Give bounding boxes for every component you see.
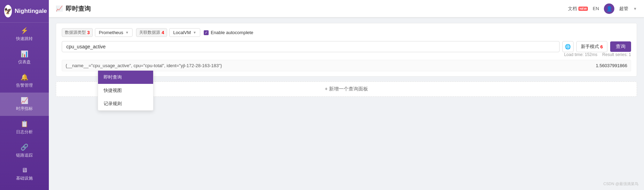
query-panel: 数据源类型 3 Prometheus ▼ 关联数据源 4 Local — [56, 23, 637, 77]
chevron-down-icon: ▼ — [193, 31, 196, 34]
sidebar-item-quick-jump[interactable]: ⚡ 快速跳转 — [0, 23, 49, 46]
novice-mode-button[interactable]: 新手模式 6 — [576, 41, 607, 52]
dropdown-item-instant-query[interactable]: 即时查询 — [98, 71, 153, 84]
result-series: Result series: 1 — [602, 52, 631, 57]
dropdown-label: 快捷视图 — [104, 87, 122, 94]
username[interactable]: 超管 — [619, 6, 628, 12]
sidebar-item-label: 仪表盘 — [18, 59, 31, 65]
page-title-icon: 📈 — [56, 5, 63, 12]
sidebar-item-log[interactable]: 📋 日志分析 — [0, 116, 49, 139]
content-area: 数据源类型 3 Prometheus ▼ 关联数据源 4 Local — [49, 17, 644, 190]
log-icon: 📋 — [21, 120, 28, 128]
en-toggle[interactable]: EN — [593, 6, 599, 11]
dropdown-item-quick-view[interactable]: 快捷视图 — [98, 84, 153, 97]
dashboard-icon: 📊 — [21, 50, 28, 58]
sidebar-item-infra[interactable]: 🖥 基础设施 — [0, 163, 49, 185]
query-meta: Load time: 152ms Result series: 1 — [62, 52, 631, 57]
query-input[interactable] — [62, 41, 560, 52]
watermark: CSDN @最强滴菜鸟 — [604, 181, 638, 187]
sidebar-item-dashboard[interactable]: 📊 仪表盘 — [0, 46, 49, 69]
alert-mgmt-icon: 🔔 — [21, 73, 28, 81]
related-datasource-select[interactable]: LocalVM ▼ — [169, 28, 200, 37]
result-label: {__name__="cpu_usage_active", cpu="cpu-t… — [66, 63, 222, 68]
header-right: 文档 NEW EN 👤 超管 ▼ — [568, 3, 637, 14]
novice-mode-label: 新手模式 — [581, 43, 599, 50]
chevron-down-icon: ▼ — [125, 31, 129, 34]
time-series-dropdown: 即时查询 快捷视图 记录规则 — [98, 70, 153, 111]
sidebar: 🦅 Nightingale ⚡ 快速跳转 📊 仪表盘 🔔 告警管理 📈 时序指标… — [0, 0, 49, 190]
sidebar-item-label: 链路追踪 — [16, 152, 33, 158]
datasource-type-num: 3 — [87, 30, 90, 35]
sidebar-item-label: 快速跳转 — [16, 36, 33, 42]
related-datasource-label: 关联数据源 4 — [136, 28, 167, 37]
page-title: 📈 即时查询 — [56, 5, 91, 13]
autocomplete-toggle[interactable]: ✓ Enable autocomplete — [204, 30, 253, 35]
query-button[interactable]: 查询 — [610, 41, 631, 52]
result-value: 1.56037991866 — [596, 63, 627, 68]
main-area: 📈 即时查询 文档 NEW EN 👤 超管 ▼ 数据源类型 3 — [49, 0, 644, 190]
related-datasource-num: 4 — [162, 30, 164, 35]
novice-num: 6 — [600, 44, 603, 49]
check-icon: ✓ — [204, 30, 209, 35]
sidebar-item-label: 日志分析 — [16, 129, 33, 135]
result-row: {__name__="cpu_usage_active", cpu="cpu-t… — [62, 60, 631, 71]
quick-jump-icon: ⚡ — [21, 27, 28, 34]
sidebar-item-trace[interactable]: 🔗 链路追踪 — [0, 139, 49, 163]
docs-label: 文档 — [568, 6, 577, 12]
datasource-type-label: 数据源类型 3 — [62, 28, 93, 37]
related-datasource-value: LocalVM — [173, 30, 191, 35]
datasource-type-select[interactable]: Prometheus ▼ — [95, 28, 133, 37]
docs-link[interactable]: 文档 NEW — [568, 6, 588, 12]
sidebar-item-time-series[interactable]: 📈 时序指标 — [0, 93, 49, 116]
query-toolbar: 数据源类型 3 Prometheus ▼ 关联数据源 4 Local — [62, 28, 631, 37]
logo-icon: 🦅 — [4, 5, 12, 17]
sidebar-item-label: 告警管理 — [16, 82, 33, 88]
infra-icon: 🖥 — [21, 167, 28, 174]
add-panel-label: + 新增一个查询面板 — [325, 86, 368, 92]
sidebar-item-label: 时序指标 — [16, 106, 33, 112]
dropdown-label: 记录规则 — [104, 101, 122, 107]
datasource-type-value: Prometheus — [99, 30, 123, 35]
globe-icon[interactable]: 🌐 — [562, 41, 574, 52]
chevron-down-icon: ▼ — [633, 7, 637, 11]
time-series-icon: 📈 — [21, 97, 28, 104]
dropdown-label: 即时查询 — [104, 74, 122, 80]
sidebar-item-label: 基础设施 — [16, 175, 33, 181]
new-badge: NEW — [578, 7, 588, 11]
autocomplete-label: Enable autocomplete — [211, 30, 253, 35]
dropdown-item-record-rule[interactable]: 记录规则 — [98, 97, 153, 110]
sidebar-item-self-heal[interactable]: ✅ 告警自愈 — [0, 185, 49, 190]
page-title-text: 即时查询 — [66, 5, 91, 13]
load-time: Load time: 152ms — [564, 52, 597, 57]
avatar[interactable]: 👤 — [604, 3, 614, 14]
sidebar-item-alert-mgmt[interactable]: 🔔 告警管理 — [0, 69, 49, 93]
header: 📈 即时查询 文档 NEW EN 👤 超管 ▼ — [49, 0, 644, 17]
query-input-row: 🌐 新手模式 6 查询 — [62, 41, 631, 52]
sidebar-logo: 🦅 Nightingale — [0, 0, 49, 23]
logo-text: Nightingale — [15, 8, 47, 15]
trace-icon: 🔗 — [21, 143, 28, 151]
